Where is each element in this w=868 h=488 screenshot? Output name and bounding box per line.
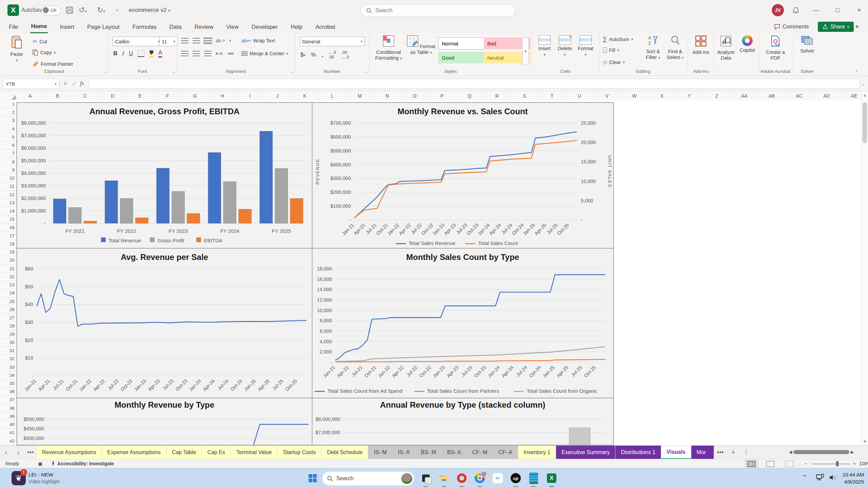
- zoom-level[interactable]: 100%: [859, 459, 868, 468]
- sheet-tab-mor[interactable]: Mor: [691, 446, 714, 459]
- row-header-3[interactable]: 3: [0, 117, 17, 125]
- column-header-AA[interactable]: AA: [731, 92, 758, 100]
- column-header-C[interactable]: C: [72, 92, 99, 100]
- column-header-Z[interactable]: Z: [703, 92, 731, 100]
- menu-tab-developer[interactable]: Developer: [251, 21, 279, 33]
- notes-app-icon[interactable]: [527, 471, 540, 485]
- row-header-18[interactable]: 18: [0, 240, 17, 248]
- tray-chevron-icon[interactable]: ⌃: [802, 474, 807, 481]
- zoom-out-button[interactable]: −: [804, 459, 807, 468]
- opera-icon[interactable]: [455, 471, 469, 485]
- scroll-up-icon[interactable]: ▲: [862, 93, 868, 98]
- increase-indent-icon[interactable]: ⇥≡: [227, 51, 234, 56]
- format-as-table-button[interactable]: Format as Table ▾: [407, 35, 435, 56]
- row-header-41[interactable]: 41: [0, 429, 17, 437]
- select-all-corner[interactable]: [0, 92, 17, 101]
- sheet-tab-cap-ex[interactable]: Cap Ex: [202, 446, 231, 459]
- borders-button[interactable]: [138, 50, 144, 57]
- row-header-30[interactable]: 30: [0, 339, 17, 347]
- chart-monthly-revenue-by-type-partial[interactable]: Monthly Revenue by Type$500,000$450,000$…: [17, 398, 313, 445]
- italic-button[interactable]: I: [122, 50, 124, 57]
- row-header-32[interactable]: 32: [0, 355, 17, 363]
- horizontal-scroll-thumb[interactable]: [793, 450, 849, 454]
- hscroll-left-icon[interactable]: ◀: [789, 450, 792, 454]
- column-header-G[interactable]: G: [181, 92, 209, 100]
- wrap-text-button[interactable]: ab↩ Wrap Text: [241, 38, 275, 43]
- row-header-14[interactable]: 14: [0, 207, 17, 215]
- sort-filter-button[interactable]: AZ Sort & Filter ▾: [643, 35, 663, 61]
- orientation-icon[interactable]: ab↗: [216, 38, 225, 43]
- sheet-tab-cf-m[interactable]: CF- M: [467, 446, 493, 459]
- formula-input[interactable]: [89, 79, 860, 89]
- accounting-format-icon[interactable]: $▾: [300, 52, 305, 58]
- macro-record-icon[interactable]: ▣: [38, 459, 42, 468]
- font-color-button[interactable]: A: [158, 49, 162, 58]
- comments-button[interactable]: Comments: [774, 22, 809, 32]
- bell-icon[interactable]: [792, 6, 800, 14]
- column-header-A[interactable]: A: [17, 92, 44, 100]
- column-header-AC[interactable]: AC: [786, 92, 813, 100]
- column-header-O[interactable]: O: [401, 92, 429, 100]
- row-header-9[interactable]: 9: [0, 166, 17, 174]
- row-header-17[interactable]: 17: [0, 232, 17, 240]
- menu-tab-data[interactable]: Data: [169, 21, 182, 33]
- zoom-slider[interactable]: [812, 464, 850, 464]
- hscroll-right-icon[interactable]: ▶: [851, 450, 854, 454]
- enter-icon[interactable]: ✓: [72, 79, 76, 88]
- column-header-F[interactable]: F: [154, 92, 181, 100]
- row-header-10[interactable]: 10: [0, 174, 17, 182]
- scroll-down-icon[interactable]: ▼: [862, 439, 868, 444]
- task-view-icon[interactable]: [419, 471, 433, 485]
- clipboard-dialog-launcher-icon[interactable]: ⌟: [104, 69, 106, 74]
- file-explorer-icon[interactable]: [437, 471, 451, 485]
- sheet-tab-bs-m[interactable]: BS- M: [415, 446, 441, 459]
- column-header-S[interactable]: S: [511, 92, 538, 100]
- row-header-36[interactable]: 36: [0, 388, 17, 396]
- sheet-nav-next-icon[interactable]: ›: [12, 446, 24, 459]
- column-header-T[interactable]: T: [538, 92, 566, 100]
- row-headers[interactable]: 1234567891011121314151617181920212223242…: [0, 100, 17, 445]
- workbook-title[interactable]: ecommerce v2 ▾: [129, 0, 170, 20]
- snipping-tool-icon[interactable]: ✂: [491, 471, 505, 485]
- comma-format-icon[interactable]: ,: [321, 52, 323, 58]
- find-select-button[interactable]: Find & Select ▾: [665, 35, 686, 61]
- copilot-button[interactable]: Copilot: [737, 35, 757, 53]
- sheet-tab-terminal-value[interactable]: Terminal Value: [231, 446, 278, 459]
- horizontal-scrollbar[interactable]: ◀ ▶: [789, 448, 865, 456]
- decrease-decimal-icon[interactable]: .00→.0: [341, 50, 349, 60]
- column-header-J[interactable]: J: [264, 92, 291, 100]
- network-icon[interactable]: [816, 474, 824, 483]
- column-header-AD[interactable]: AD: [813, 92, 841, 100]
- menu-tab-view[interactable]: View: [225, 21, 239, 33]
- name-box-splitter[interactable]: ⋮: [57, 79, 62, 88]
- row-header-6[interactable]: 6: [0, 141, 17, 149]
- row-header-7[interactable]: 7: [0, 149, 17, 158]
- name-box[interactable]: Y78▾: [3, 79, 60, 89]
- chart-annual-revenue-by-type-partial[interactable]: Annual Revenue by Type (stacked column)$…: [312, 398, 614, 445]
- number-format-combo[interactable]: General▾: [300, 37, 365, 46]
- insert-function-icon[interactable]: fx: [80, 79, 84, 88]
- row-header-16[interactable]: 16: [0, 224, 17, 232]
- column-header-R[interactable]: R: [484, 92, 511, 100]
- menu-tab-formulas[interactable]: Formulas: [132, 21, 157, 33]
- taskbar-excel-icon[interactable]: X: [545, 471, 558, 485]
- addins-button[interactable]: Add-ins: [690, 35, 711, 55]
- chart-annual-revenue-gross-profit-ebitda[interactable]: Annual Revenue, Gross Profit, EBITDA-$1,…: [17, 102, 313, 249]
- delete-cells-button[interactable]: × Delete▾: [555, 35, 574, 58]
- column-header-I[interactable]: I: [236, 92, 264, 100]
- new-sheet-button[interactable]: +: [727, 446, 740, 459]
- column-header-D[interactable]: D: [99, 92, 126, 100]
- speaker-icon[interactable]: [829, 474, 837, 483]
- row-header-37[interactable]: 37: [0, 396, 17, 404]
- bold-button[interactable]: B: [113, 50, 117, 57]
- vertical-scroll-thumb[interactable]: [863, 102, 867, 143]
- sheet-options-icon[interactable]: ⋮: [740, 446, 753, 459]
- sheet-tab-cf-a[interactable]: CF- A: [493, 446, 518, 459]
- row-header-5[interactable]: 5: [0, 133, 17, 141]
- save-icon[interactable]: [66, 6, 73, 14]
- autosave-toggle[interactable]: Off: [41, 6, 61, 15]
- style-good[interactable]: Good: [438, 52, 486, 64]
- conditional-formatting-button[interactable]: Conditional Formatting ▾: [372, 35, 405, 61]
- row-header-25[interactable]: 25: [0, 298, 17, 306]
- format-cells-button[interactable]: Format▾: [576, 35, 595, 58]
